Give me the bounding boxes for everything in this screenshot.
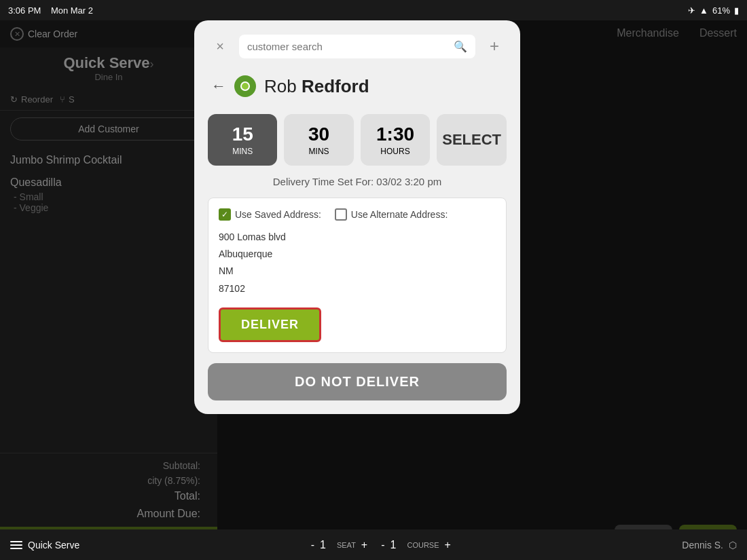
course-value: 1 — [390, 539, 397, 551]
customer-search-input[interactable] — [247, 41, 448, 52]
use-saved-address-checkbox[interactable]: ✓ — [219, 208, 231, 221]
wifi-icon: ▲ — [699, 5, 708, 16]
delivery-time-text: Delivery Time Set For: 03/02 3:20 pm — [208, 176, 507, 187]
hamburger-menu[interactable] — [10, 541, 22, 549]
address-state: NM — [219, 263, 496, 280]
staff-name: Dennis S. — [682, 540, 723, 550]
modal-search-box: 🔍 — [239, 35, 475, 58]
seat-label: SEAT — [337, 541, 356, 549]
battery-icon: ▮ — [734, 5, 739, 16]
seat-minus-button[interactable]: - — [311, 539, 314, 551]
modal-close-button[interactable]: × — [208, 34, 232, 58]
deliver-button[interactable]: DELIVER — [219, 307, 321, 342]
address-city: Albuquerque — [219, 246, 496, 263]
course-label: COURSE — [407, 541, 439, 549]
battery-percent: 61% — [712, 5, 730, 16]
use-saved-address-label[interactable]: ✓ Use Saved Address: — [219, 208, 321, 221]
status-bar: 3:06 PM Mon Mar 2 ✈ ▲ 61% ▮ — [0, 0, 747, 20]
modal-add-button[interactable]: + — [482, 34, 507, 58]
bottom-right: Dennis S. ⬡ — [682, 540, 737, 550]
status-icons: ✈ ▲ 61% ▮ — [688, 5, 739, 16]
address-street: 900 Lomas blvd — [219, 229, 496, 246]
use-saved-label-text: Use Saved Address: — [235, 209, 321, 220]
search-icon: 🔍 — [454, 40, 467, 53]
seat-control: - 1 SEAT + — [311, 539, 368, 551]
time-option-30[interactable]: 30 MINS — [284, 114, 353, 166]
delivery-modal: × 🔍 + ← Rob Redford 15 MINS 30 MINS 1:30 — [194, 20, 520, 414]
bottom-venue-label: Quick Serve — [28, 540, 79, 550]
use-alternate-address-label[interactable]: Use Alternate Address: — [335, 208, 448, 221]
course-minus-button[interactable]: - — [381, 539, 384, 551]
customer-firstname: Rob — [264, 76, 297, 96]
customer-avatar — [234, 75, 256, 97]
course-plus-button[interactable]: + — [445, 539, 451, 551]
modal-search-row: × 🔍 + — [208, 34, 507, 58]
hamburger-line-2 — [10, 544, 22, 546]
seat-plus-button[interactable]: + — [361, 539, 367, 551]
time-option-130[interactable]: 1:30 HOURS — [361, 114, 430, 166]
status-time-date: 3:06 PM Mon Mar 2 — [8, 5, 93, 16]
time-option-15[interactable]: 15 MINS — [208, 114, 277, 166]
bottom-left: Quick Serve — [10, 540, 79, 550]
time-option-select[interactable]: SELECT — [437, 114, 507, 166]
hamburger-line-3 — [10, 548, 22, 549]
address-options: ✓ Use Saved Address: Use Alternate Addre… — [219, 208, 496, 221]
address-section: ✓ Use Saved Address: Use Alternate Addre… — [208, 198, 507, 353]
use-alternate-label-text: Use Alternate Address: — [351, 209, 448, 220]
airplane-icon: ✈ — [688, 5, 695, 16]
seat-value: 1 — [320, 539, 326, 551]
customer-row: ← Rob Redford — [208, 69, 507, 104]
do-not-deliver-button[interactable]: DO NOT DELIVER — [208, 363, 507, 400]
customer-name: Rob Redford — [264, 76, 369, 97]
bottom-bar: Quick Serve - 1 SEAT + - 1 COURSE + Denn… — [0, 529, 747, 560]
customer-avatar-dot — [240, 81, 250, 91]
check-icon: ✓ — [221, 210, 228, 219]
course-control: - 1 COURSE + — [381, 539, 451, 551]
customer-lastname: Redford — [302, 76, 369, 96]
address-zip: 87102 — [219, 280, 496, 297]
saved-address: 900 Lomas blvd Albuquerque NM 87102 — [219, 229, 496, 297]
use-alternate-address-checkbox[interactable] — [335, 208, 347, 221]
time-selector: 15 MINS 30 MINS 1:30 HOURS SELECT — [208, 114, 507, 166]
back-arrow-button[interactable]: ← — [211, 77, 226, 95]
bottom-center: - 1 SEAT + - 1 COURSE + — [311, 539, 451, 551]
status-time: 3:06 PM — [8, 5, 41, 16]
hamburger-line-1 — [10, 541, 22, 542]
status-date: Mon Mar 2 — [51, 5, 93, 16]
logout-icon[interactable]: ⬡ — [729, 540, 737, 550]
